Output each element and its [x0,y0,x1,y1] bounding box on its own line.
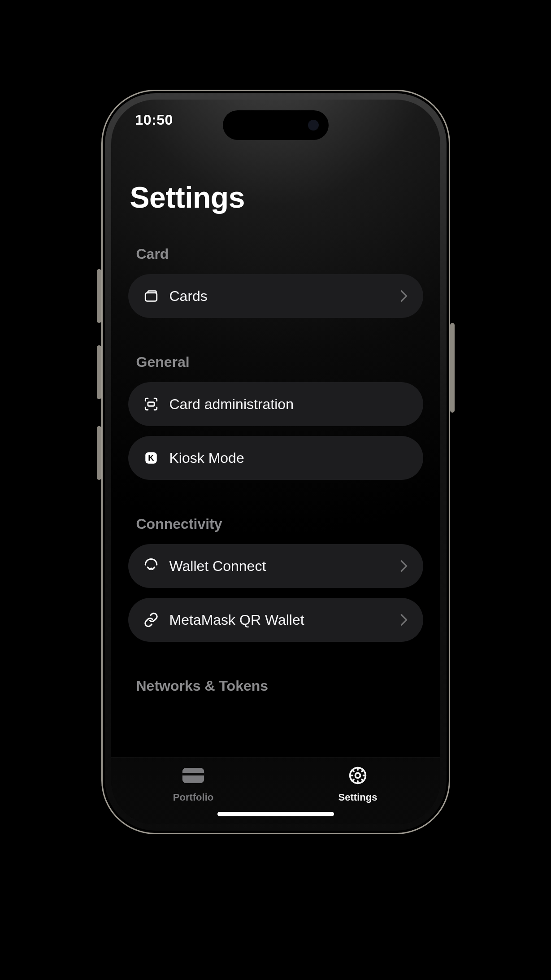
home-indicator[interactable] [217,812,334,816]
row-kiosk-mode[interactable]: K Kiosk Mode [128,436,423,480]
kiosk-icon: K [143,450,159,466]
section-header-networks: Networks & Tokens [136,678,423,694]
row-card-administration[interactable]: Card administration [128,382,423,426]
section-connectivity: Connectivity Wallet Connect MetaMask QR … [128,516,423,642]
svg-rect-7 [145,293,157,301]
wallet-card-icon [143,288,159,304]
tab-settings[interactable]: Settings [276,766,440,803]
chevron-right-icon [400,290,408,302]
row-label: Cards [169,288,395,305]
chevron-right-icon [400,614,408,626]
link-icon [143,612,159,627]
page-title: Settings [130,180,423,214]
wallet-connect-icon [143,558,159,574]
row-cards[interactable]: Cards [128,274,423,318]
row-label: Kiosk Mode [169,450,408,466]
svg-rect-8 [148,402,154,406]
chevron-right-icon [400,560,408,572]
section-card: Card Cards [128,246,423,318]
row-label: MetaMask QR Wallet [169,612,395,628]
portfolio-icon [182,766,205,788]
row-wallet-connect[interactable]: Wallet Connect [128,544,423,588]
section-general: General Card administration K Kiosk Mode [128,354,423,480]
tab-label: Settings [338,792,377,803]
settings-content[interactable]: Settings Card Cards General [111,167,440,757]
row-label: Card administration [169,396,408,413]
svg-point-14 [356,773,360,778]
status-time: 10:50 [135,112,173,128]
row-metamask-qr-wallet[interactable]: MetaMask QR Wallet [128,598,423,642]
scan-card-icon [143,396,159,412]
section-networks: Networks & Tokens [128,678,423,694]
svg-rect-12 [182,773,204,775]
svg-text:K: K [148,453,154,462]
phone-frame: 10:50 Settings Card [101,90,450,834]
row-label: Wallet Connect [169,558,395,575]
phone-screen: 10:50 Settings Card [111,100,440,824]
gear-icon [346,766,369,788]
tab-label: Portfolio [173,792,213,803]
dynamic-island [223,110,329,140]
tab-portfolio[interactable]: Portfolio [111,766,276,803]
tab-bar: Portfolio Settings [111,757,440,824]
section-header-general: General [136,354,423,370]
section-header-card: Card [136,246,423,262]
section-header-connectivity: Connectivity [136,516,423,532]
